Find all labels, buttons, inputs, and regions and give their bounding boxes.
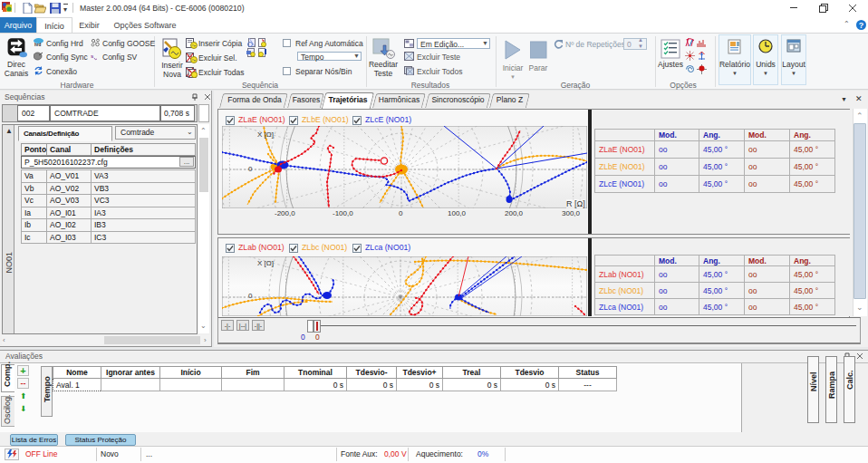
svg-text:s: s [91, 53, 94, 59]
svg-text:hrd: hrd [34, 43, 42, 47]
